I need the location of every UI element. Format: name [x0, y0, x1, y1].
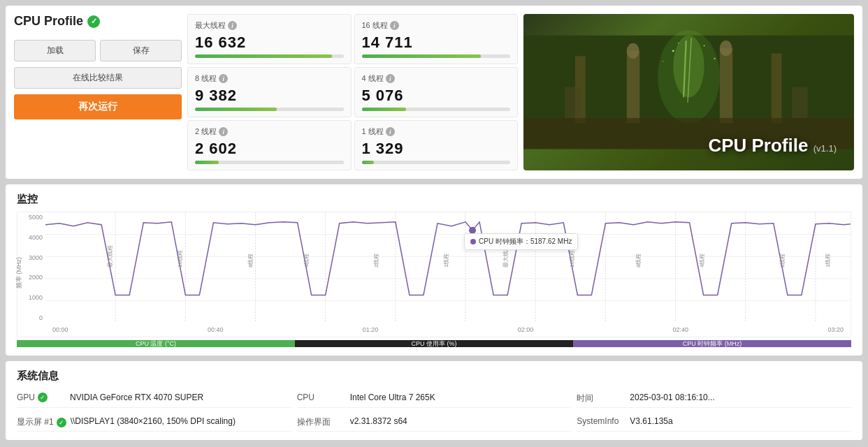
svg-text:1线程: 1线程: [825, 254, 831, 268]
sysinfo-gpu-row: GPU ✓ NVIDIA GeForce RTX 4070 SUPER: [17, 390, 291, 408]
sysinfo-sysinfo-row: SystemInfo V3.61.135a: [577, 413, 851, 432]
info-icon: i: [390, 21, 399, 30]
score-card: 2 线程 i 2 602: [187, 120, 352, 170]
gpu-check-icon: ✓: [38, 393, 48, 402]
sysinfo-section: 系统信息 GPU ✓ NVIDIA GeForce RTX 4070 SUPER…: [6, 361, 862, 440]
score-label: 8 线程 i: [195, 73, 344, 84]
score-bar-fill: [195, 161, 219, 164]
sysinfo-os-row: 操作界面 v2.31.8372 s64: [297, 413, 572, 432]
score-bar-fill: [362, 161, 374, 164]
legend-clock: CPU 时钟频率 (MHz): [573, 340, 851, 347]
info-icon: i: [219, 127, 228, 136]
svg-point-6: [720, 41, 732, 56]
score-label: 2 线程 i: [195, 126, 344, 137]
info-icon: i: [219, 74, 228, 83]
svg-text:16线程: 16线程: [569, 250, 575, 268]
score-card: 1 线程 i 1 329: [354, 120, 519, 170]
svg-text:1线程: 1线程: [443, 254, 449, 268]
svg-text:最大线程: 最大线程: [107, 245, 113, 268]
svg-text:4线程: 4线程: [699, 254, 705, 268]
svg-rect-17: [565, 87, 580, 118]
score-label: 最大线程 i: [195, 20, 344, 31]
score-bar-fill: [362, 54, 481, 58]
monitor-title: 监控: [17, 193, 851, 206]
load-button[interactable]: 加载: [14, 40, 96, 61]
score-value: 9 382: [195, 87, 344, 105]
score-bar: [362, 54, 511, 58]
sysinfo-gpu-key: GPU ✓: [17, 393, 66, 402]
svg-point-13: [663, 61, 663, 61]
info-icon: i: [228, 21, 237, 30]
score-bar-fill: [362, 108, 407, 111]
score-grid: 最大线程 i 16 632 16 线程 i 14 711 8 线程 i 9 38…: [187, 14, 518, 170]
info-icon: i: [386, 74, 395, 83]
chart-tooltip: CPU 时钟频率：5187.62 MHz: [464, 233, 578, 250]
cpu-profile-title: CPU Profile ✓: [14, 14, 182, 29]
y-axis-label: 频率 (MHz): [15, 257, 24, 288]
compare-button[interactable]: 在线比较结果: [14, 67, 182, 89]
sysinfo-sysinfo-val: V3.61.135a: [630, 416, 672, 426]
sysinfo-os-val: v2.31.8372 s64: [350, 416, 407, 426]
svg-point-15: [678, 43, 679, 43]
sysinfo-time-val: 2025-03-01 08:16:10...: [630, 393, 714, 402]
sysinfo-gpu-val: NVIDIA GeForce RTX 4070 SUPER: [70, 393, 203, 402]
score-bar: [362, 108, 511, 111]
chart-area: 最大线程 16线程 8线程 4线程 2线程 1线程 最大线程 16线程 8线程 …: [45, 212, 851, 323]
score-bar: [195, 54, 344, 58]
score-value: 14 711: [362, 34, 511, 52]
sysinfo-os-key: 操作界面: [297, 416, 346, 428]
sysinfo-cpu-val: Intel Core Ultra 7 265K: [350, 393, 435, 402]
score-bar: [195, 108, 344, 111]
score-label: 4 线程 i: [362, 73, 511, 84]
chart-x-axis: 00:00 00:40 01:20 02:00 02:40 03:20: [45, 323, 851, 337]
save-button[interactable]: 保存: [100, 40, 182, 61]
sysinfo-display-val: \\DISPLAY1 (3840×2160, 150% DPI scaling): [71, 416, 236, 426]
score-value: 5 076: [362, 87, 511, 105]
svg-text:2线程: 2线程: [779, 254, 786, 268]
score-card: 16 线程 i 14 711: [354, 14, 519, 64]
sysinfo-display-key: 显示屏 #1 ✓: [17, 416, 66, 428]
svg-rect-2: [627, 51, 639, 123]
svg-point-12: [704, 45, 705, 46]
sysinfo-cpu-key: CPU: [297, 393, 346, 402]
sysinfo-title: 系统信息: [17, 369, 851, 383]
sysinfo-cpu-row: CPU Intel Core Ultra 7 265K: [297, 390, 572, 408]
svg-rect-3: [720, 48, 732, 123]
image-title: CPU Profile: [708, 135, 808, 156]
svg-text:16线程: 16线程: [177, 250, 183, 268]
chart-container: 5000 4000 3000 2000 1000 0 频率 (MHz): [17, 212, 851, 337]
svg-point-5: [627, 43, 639, 59]
score-card: 8 线程 i 9 382: [187, 67, 352, 117]
sysinfo-time-key: 时间: [577, 393, 625, 404]
score-value: 16 632: [195, 34, 344, 52]
score-value: 2 602: [195, 140, 344, 158]
svg-text:8线程: 8线程: [635, 254, 642, 268]
title-text: CPU Profile: [14, 14, 83, 29]
svg-rect-4: [772, 54, 782, 124]
info-icon: i: [386, 127, 395, 136]
sysinfo-display-row: 显示屏 #1 ✓ \\DISPLAY1 (3840×2160, 150% DPI…: [17, 413, 291, 432]
chart-legend: CPU 温度 (°C) CPU 使用率 (%) CPU 时钟频率 (MHz): [17, 340, 851, 347]
svg-text:8线程: 8线程: [247, 254, 253, 268]
legend-temperature: CPU 温度 (°C): [17, 340, 295, 347]
tooltip-text: CPU 时钟频率：5187.62 MHz: [479, 237, 572, 247]
score-card: 4 线程 i 5 076: [354, 67, 519, 117]
game-image-panel: CPU Profile (v1.1): [523, 14, 854, 170]
score-bar-fill: [195, 108, 277, 111]
svg-text:4线程: 4线程: [303, 254, 310, 268]
svg-point-11: [672, 50, 674, 52]
score-value: 1 329: [362, 140, 511, 158]
run-button[interactable]: 再次运行: [14, 94, 182, 119]
svg-rect-18: [792, 87, 807, 118]
tooltip-dot: [470, 239, 476, 244]
score-label: 16 线程 i: [362, 20, 511, 31]
legend-usage: CPU 使用率 (%): [295, 340, 573, 347]
monitor-section: 监控 5000 4000 3000 2000 1000 0 频率 (MHz): [6, 184, 862, 356]
score-card: 最大线程 i 16 632: [187, 14, 352, 64]
image-subtitle: (v1.1): [813, 143, 837, 154]
display-check-icon: ✓: [57, 418, 66, 427]
score-bar: [362, 161, 511, 164]
check-icon: ✓: [87, 15, 100, 28]
svg-point-14: [714, 58, 715, 59]
sysinfo-time-row: 时间 2025-03-01 08:16:10...: [577, 390, 851, 408]
